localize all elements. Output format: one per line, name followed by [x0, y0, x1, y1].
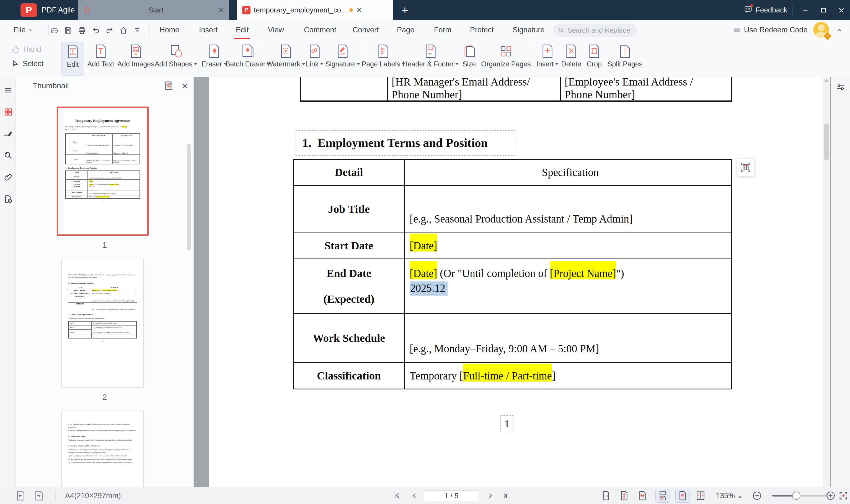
- sidebar-menu-button[interactable]: [3, 85, 13, 95]
- zoom-level-dropdown-icon[interactable]: [739, 494, 742, 500]
- new-tab-button[interactable]: +: [399, 4, 411, 17]
- toolbar-link-button[interactable]: Link: [305, 42, 325, 75]
- collapse-ribbon-button[interactable]: [132, 25, 143, 36]
- fit-page-button[interactable]: [618, 489, 631, 502]
- toolbar-crop-button[interactable]: Crop: [584, 42, 604, 75]
- toolbar-watermark-button[interactable]: Watermark: [269, 42, 303, 75]
- tab-start-close-icon[interactable]: ✕: [217, 6, 225, 14]
- sidebar-attachments-button[interactable]: [3, 173, 13, 182]
- home-shortcut-button[interactable]: [118, 25, 129, 36]
- previous-document-button[interactable]: [14, 489, 27, 502]
- open-file-button[interactable]: [49, 25, 60, 36]
- zoom-in-button[interactable]: [824, 489, 837, 502]
- menu-file[interactable]: File: [12, 20, 35, 40]
- thumbnail-page-1[interactable]: Temporary Employment Agreement This Temp…: [57, 107, 149, 236]
- toolbar-add-images-button[interactable]: Add Images: [117, 42, 154, 75]
- zoom-level-label[interactable]: 135%: [716, 487, 735, 504]
- work-schedule-label[interactable]: Work Schedule: [294, 314, 405, 362]
- thumbnail-page-2[interactable]: Nature of Role: The Employee understands…: [61, 259, 144, 388]
- menu-home[interactable]: Home: [158, 20, 181, 40]
- toolbar-signature-button[interactable]: Signature: [325, 42, 360, 75]
- start-date-label[interactable]: Start Date: [294, 233, 405, 258]
- properties-panel-button[interactable]: [836, 83, 846, 93]
- classification-label[interactable]: Classification: [294, 363, 405, 389]
- menu-page[interactable]: Page: [395, 20, 416, 40]
- collapse-toolbar-chevron[interactable]: [834, 20, 845, 40]
- menu-insert[interactable]: Insert: [197, 20, 219, 40]
- toolbar-header-footer-button[interactable]: Header & Footer: [403, 42, 458, 75]
- last-page-button[interactable]: [498, 489, 511, 502]
- start-date-value[interactable]: [Date]: [405, 233, 731, 258]
- section-heading-editbox[interactable]: 1. Employment Terms and Position: [295, 130, 516, 156]
- toolbar-batch-eraser-button[interactable]: Batch Eraser: [228, 42, 268, 75]
- menu-view[interactable]: View: [266, 20, 286, 40]
- first-page-button[interactable]: [392, 489, 404, 502]
- header-specification[interactable]: Specification: [405, 160, 731, 185]
- feedback-button[interactable]: Feedback: [744, 0, 787, 20]
- thumbnail-panel-close-icon[interactable]: ✕: [181, 82, 188, 91]
- document-scrollbar[interactable]: [823, 77, 830, 487]
- sidebar-annotations-button[interactable]: [3, 129, 13, 139]
- toolbar-page-labels-button[interactable]: Page Labels: [365, 42, 401, 75]
- toolbar-eraser-button[interactable]: Eraser: [201, 42, 227, 75]
- toolbar-organize-pages-button[interactable]: Organize Pages: [482, 42, 530, 75]
- tab-document-close-icon[interactable]: ✕: [355, 6, 363, 14]
- table-edit-button[interactable]: [737, 158, 755, 176]
- toolbar-edit-button[interactable]: Edit: [61, 42, 84, 75]
- toolbar-split-pages-button[interactable]: Split Pages: [606, 42, 644, 75]
- work-schedule-value[interactable]: [e.g., Monday–Friday, 9:00 AM – 5:00 PM]: [405, 314, 731, 362]
- tab-document[interactable]: P temporary_employment_co... ✕: [237, 0, 393, 20]
- actual-size-button[interactable]: 1:1: [599, 489, 612, 502]
- end-date-label[interactable]: End Date (Expected): [294, 259, 405, 313]
- menu-signature[interactable]: Signature: [511, 20, 546, 40]
- parties-table-fragment[interactable]: [HR Manager's Email Address/ Phone Numbe…: [300, 77, 732, 102]
- next-document-button[interactable]: [33, 489, 46, 502]
- tab-start[interactable]: Start ✕: [78, 0, 229, 20]
- toolbar-insert-button[interactable]: Insert: [537, 42, 559, 75]
- next-page-button[interactable]: [484, 489, 496, 502]
- end-date-value[interactable]: [Date] (Or "Until completion of [Project…: [405, 259, 731, 313]
- menu-convert[interactable]: Convert: [351, 20, 381, 40]
- selected-text[interactable]: 2025.12: [410, 282, 448, 295]
- account-avatar[interactable]: v: [813, 22, 829, 38]
- minimize-button[interactable]: [800, 5, 811, 16]
- print-button[interactable]: [76, 25, 88, 36]
- hand-tool-button[interactable]: Hand: [11, 43, 41, 56]
- toolbar-delete-button[interactable]: Delete: [560, 42, 583, 75]
- toolbar-size-button[interactable]: Size: [460, 42, 478, 75]
- use-redeem-code-button[interactable]: Use Redeem Code: [733, 20, 808, 40]
- job-title-label[interactable]: Job Title: [294, 186, 405, 232]
- maximize-button[interactable]: [818, 5, 829, 16]
- page-number-editbox[interactable]: 1: [501, 415, 513, 432]
- redo-button[interactable]: [104, 25, 115, 36]
- zoom-out-button[interactable]: [750, 489, 763, 502]
- sidebar-search-button[interactable]: [3, 150, 13, 160]
- menu-protect[interactable]: Protect: [468, 20, 495, 40]
- zoom-slider-knob[interactable]: [792, 491, 800, 500]
- date-highlight[interactable]: [Date]: [410, 240, 437, 252]
- sidebar-thumbnails-button[interactable]: [3, 107, 13, 117]
- toolbar-add-shapes-button[interactable]: Add Shapes: [157, 42, 195, 75]
- undo-button[interactable]: [90, 25, 101, 36]
- continuous-scroll-button[interactable]: [655, 489, 670, 503]
- hr-contact-line2[interactable]: Phone Number]: [392, 88, 462, 101]
- fullscreen-button[interactable]: [837, 489, 850, 502]
- menu-edit[interactable]: Edit: [234, 20, 251, 40]
- menu-form[interactable]: Form: [432, 20, 453, 40]
- employment-terms-table[interactable]: Detail Specification Job Title [e.g., Se…: [293, 159, 732, 390]
- single-page-view-button[interactable]: [675, 489, 690, 503]
- select-tool-button[interactable]: Select: [11, 57, 43, 70]
- job-title-value[interactable]: [e.g., Seasonal Production Assistant / T…: [405, 186, 731, 232]
- previous-page-button[interactable]: [408, 489, 421, 502]
- toolbar-add-text-button[interactable]: Add Text: [87, 42, 115, 75]
- page-indicator-input[interactable]: 1 / 5: [424, 490, 479, 501]
- employee-contact-line2[interactable]: Phone Number]: [565, 88, 635, 101]
- sidebar-history-button[interactable]: [3, 194, 13, 204]
- page-overview-button[interactable]: [164, 81, 174, 92]
- employee-contact-line1[interactable]: [Employee's Email Address /: [565, 77, 693, 88]
- close-button[interactable]: [836, 5, 847, 16]
- classification-value[interactable]: Temporary [Full-time / Part-time]: [405, 363, 731, 389]
- search-and-replace-input[interactable]: Search and Replace: [553, 23, 637, 37]
- zoom-slider-track[interactable]: [772, 495, 829, 497]
- hr-contact-line1[interactable]: [HR Manager's Email Address/: [392, 77, 530, 88]
